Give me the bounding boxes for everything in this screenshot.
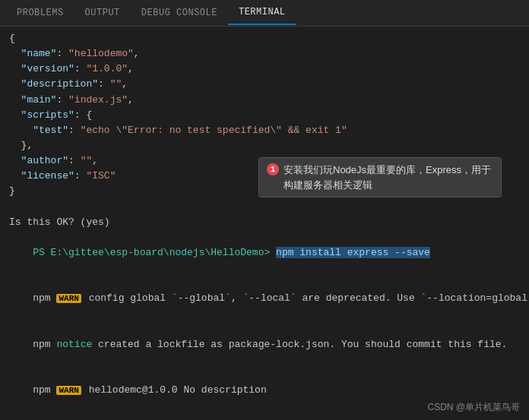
tab-problems[interactable]: PROBLEMS: [6, 2, 74, 24]
line-main: "main": "index.js",: [9, 93, 520, 108]
tab-terminal[interactable]: TERMINAL: [228, 1, 296, 25]
line-ok: Is this OK? (yes): [9, 215, 520, 230]
terminal-content: { "name": "hellodemo", "version": "1.0.0…: [0, 27, 529, 420]
tooltip: 1 安装我们玩NodeJs最重要的库，Express，用于构建服务器相关逻辑: [258, 157, 502, 197]
line-name: "name": "hellodemo",: [9, 46, 520, 62]
tooltip-number: 1: [267, 163, 279, 175]
watermark: CSDN @单片机菜鸟哥: [427, 401, 520, 414]
line-scripts: "scripts": {: [9, 108, 520, 123]
line-test: "test": "echo \"Error: no test specified…: [9, 123, 520, 138]
tab-output[interactable]: OUTPUT: [74, 2, 131, 24]
line-cmd: PS E:\gittee\esp-board\nodejs\HelloDemo>…: [9, 230, 520, 276]
line-scripts-close: },: [9, 138, 520, 153]
tab-bar: PROBLEMS OUTPUT DEBUG CONSOLE TERMINAL: [0, 0, 529, 27]
line-version: "version": "1.0.0",: [9, 62, 520, 77]
line-description: "description": "",: [9, 77, 520, 92]
line-blank1: [9, 200, 520, 215]
tab-debug-console[interactable]: DEBUG CONSOLE: [131, 2, 228, 24]
line-brace-open: {: [9, 31, 520, 46]
line-notice: npm notice created a lockfile as package…: [9, 322, 520, 368]
line-warn-norepo: npm WARN hellodemc@1.0.0 No repository f…: [9, 414, 520, 420]
tooltip-text: 安装我们玩NodeJs最重要的库，Express，用于构建服务器相关逻辑: [284, 163, 493, 192]
line-warn-config: npm WARN config global `--global`, `--lo…: [9, 276, 520, 321]
